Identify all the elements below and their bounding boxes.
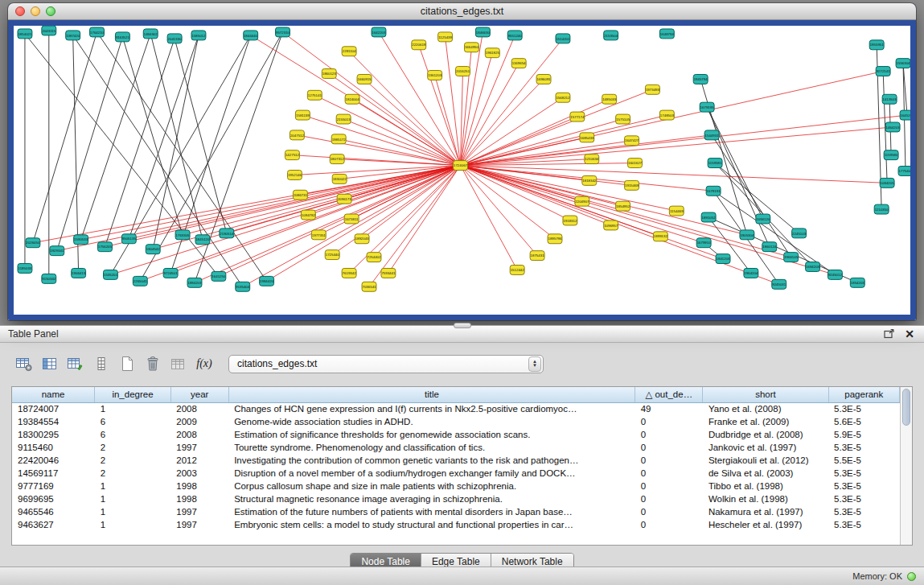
table-row[interactable]: 1872400712008Changes of HCN gene express…: [12, 402, 900, 415]
network-node[interactable]: 9150342: [42, 274, 56, 283]
network-node[interactable]: 1696091: [536, 74, 551, 84]
network-node[interactable]: 1685433: [580, 133, 594, 142]
network-node[interactable]: 1514201: [556, 34, 570, 43]
table-scrollbar-thumb[interactable]: [902, 389, 910, 426]
network-node[interactable]: 1585012: [191, 31, 206, 40]
network-node[interactable]: 1679910: [696, 238, 711, 248]
network-node[interactable]: 1824004: [345, 94, 359, 104]
network-node[interactable]: 1568212: [556, 93, 570, 102]
network-node[interactable]: 1804542: [146, 245, 160, 254]
network-node[interactable]: 2220619: [412, 40, 426, 50]
network-node[interactable]: 1694203: [806, 262, 820, 272]
show-columns-button[interactable]: [37, 352, 63, 375]
network-node[interactable]: 1977351: [311, 230, 326, 240]
network-node[interactable]: 2155013: [336, 114, 351, 124]
network-node[interactable]: 2016251: [456, 67, 470, 76]
network-node[interactable]: 9272141: [876, 67, 890, 76]
network-node[interactable]: 1648794: [659, 29, 674, 39]
network-node[interactable]: 1185033: [18, 264, 32, 274]
network-window-titlebar[interactable]: citations_edges.txt: [8, 3, 916, 20]
network-node[interactable]: 1860123: [322, 69, 336, 79]
network-node[interactable]: 1679191: [706, 186, 721, 196]
network-node[interactable]: 1535201: [104, 270, 118, 279]
network-node[interactable]: 1818342: [582, 175, 597, 185]
network-node[interactable]: 1918312: [563, 216, 577, 225]
network-node[interactable]: 1575105: [616, 114, 630, 124]
network-node[interactable]: 2204907: [575, 196, 589, 206]
close-panel-icon[interactable]: ✕: [903, 328, 916, 340]
function-builder-button[interactable]: f(x): [191, 352, 217, 375]
network-node[interactable]: 1891052: [701, 212, 716, 222]
column-header-name[interactable]: name: [12, 387, 95, 402]
network-node[interactable]: 1973493: [645, 84, 659, 94]
network-node[interactable]: 2265041: [133, 276, 147, 286]
network-node[interactable]: 1929341: [50, 246, 64, 256]
network-node[interactable]: 2026050: [26, 238, 40, 248]
network-node[interactable]: 1764210: [90, 27, 105, 37]
network-node[interactable]: 2245103: [792, 229, 807, 238]
table-row[interactable]: 2242004622012Investigating the contribut…: [12, 454, 900, 467]
network-node[interactable]: 1084205: [880, 178, 894, 187]
network-node[interactable]: 1899132: [653, 232, 667, 241]
network-node[interactable]: 1673811: [344, 214, 359, 224]
network-node[interactable]: 1725440: [325, 250, 339, 260]
network-node[interactable]: 1464203: [885, 122, 900, 132]
column-header-in_degree[interactable]: in_degree: [95, 387, 171, 402]
column-header-title[interactable]: title: [228, 387, 635, 402]
network-node[interactable]: 1854203: [850, 278, 864, 287]
column-header-pagerank[interactable]: pagerank: [828, 387, 899, 402]
column-header-out_de[interactable]: △ out_de…: [635, 387, 703, 402]
network-node[interactable]: 1387420: [66, 31, 80, 40]
network-node[interactable]: 1966105: [784, 253, 799, 262]
network-node[interactable]: 1159581: [708, 159, 722, 168]
network-node[interactable]: 1763305: [175, 230, 190, 240]
network-node[interactable]: 1775404: [898, 167, 910, 176]
table-scrollbar[interactable]: [900, 387, 912, 545]
column-header-year[interactable]: year: [170, 387, 228, 402]
network-node[interactable]: 9163521: [115, 32, 129, 42]
column-header-short[interactable]: short: [703, 387, 828, 402]
network-node[interactable]: 1556304: [896, 59, 910, 68]
network-node[interactable]: 1860124: [762, 242, 777, 252]
table-row[interactable]: 969969511998Structural magnetic resonanc…: [12, 492, 900, 505]
network-node[interactable]: 2047512: [290, 130, 304, 140]
network-node[interactable]: 1694120: [756, 214, 770, 224]
network-node[interactable]: 1906413: [72, 268, 86, 278]
table-row[interactable]: 1456911722003Disruption of a novel membe…: [12, 467, 900, 480]
table-selector-dropdown[interactable]: citations_edges.txt ▲▼: [228, 355, 544, 373]
edit-table-button[interactable]: [63, 352, 88, 375]
delete-table-button[interactable]: [140, 352, 166, 375]
network-node[interactable]: 1544931: [704, 130, 719, 140]
import-table-button[interactable]: [166, 352, 191, 375]
network-node[interactable]: 1945794: [693, 74, 708, 84]
network-node[interactable]: 2041330: [167, 34, 182, 43]
new-table-button[interactable]: [114, 352, 140, 375]
network-node[interactable]: 9245012: [827, 270, 842, 279]
network-node[interactable]: 1275141: [307, 90, 322, 100]
table-settings-button[interactable]: [11, 352, 37, 375]
network-node[interactable]: 9135404: [236, 282, 250, 291]
table-row[interactable]: 911546021997Tourette syndrome. Phenomeno…: [12, 441, 900, 454]
network-node[interactable]: 1807312: [330, 154, 344, 164]
network-hub-node[interactable]: 1724067: [454, 161, 468, 171]
network-node[interactable]: 7254402: [367, 253, 381, 262]
network-node[interactable]: 2086731: [293, 190, 307, 200]
network-node[interactable]: 1964204: [744, 268, 758, 278]
network-node[interactable]: 1647427: [625, 136, 639, 146]
zoom-window-button[interactable]: [46, 6, 55, 16]
network-node[interactable]: 7593441: [381, 268, 396, 278]
network-node[interactable]: 1159580: [884, 150, 898, 160]
network-node[interactable]: 9551240: [507, 31, 522, 40]
network-node[interactable]: 1512442: [510, 266, 524, 275]
network-node[interactable]: 1875431: [530, 251, 544, 261]
network-node[interactable]: 1641250: [211, 271, 226, 281]
network-node[interactable]: 1642203: [372, 27, 386, 37]
network-node[interactable]: 1952146: [287, 171, 302, 180]
minimize-window-button[interactable]: [31, 6, 40, 16]
network-node[interactable]: 2190514: [220, 229, 234, 238]
float-panel-icon[interactable]: [882, 328, 895, 340]
network-node[interactable]: 1485033: [602, 94, 617, 104]
network-node[interactable]: 1984420: [260, 276, 274, 286]
network-node[interactable]: 1466302: [143, 29, 158, 39]
row-tools-button[interactable]: [88, 352, 114, 375]
